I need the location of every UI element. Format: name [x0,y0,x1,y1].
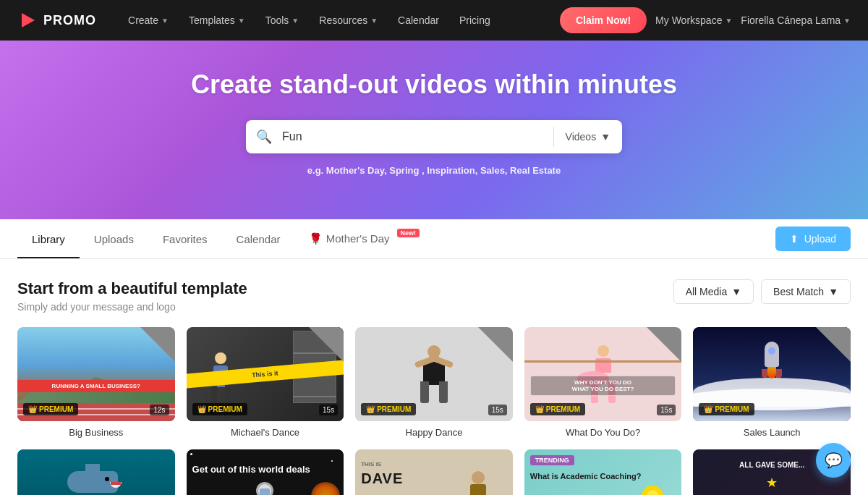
user-menu-button[interactable]: Fiorella Cánepa Lama ▼ [741,14,851,26]
template-card-big-business[interactable]: RUNNING A SMALL BUSINESS? 👑PREMIUM 12s B… [17,327,175,438]
navbar: PROMO Create ▼ Templates ▼ Tools ▼ Resou… [0,0,868,41]
premium-badge: 👑PREMIUM [361,403,416,415]
chevron-down-icon: ▼ [828,286,838,297]
hero-title: Create stand-out videos within minutes [17,69,851,100]
filter-all-media[interactable]: All Media ▼ [673,279,754,304]
tab-calendar[interactable]: Calendar [222,220,295,258]
section-subtitle: Simply add your message and logo [17,301,247,313]
premium-badge: 👑PREMIUM [192,403,247,415]
premium-badge: 👑PREMIUM [530,403,585,415]
svg-marker-0 [22,13,35,28]
duration-badge: 15s [319,405,338,415]
template-card-happy-dance[interactable]: 👑PREMIUM 15s Happy Dance [355,327,513,438]
nav-right: Claim Now! My Workspace ▼ Fiorella Cánep… [560,7,851,33]
chevron-down-icon: ▼ [370,17,378,25]
template-name: Sales Launch [693,427,851,438]
search-icon: 🔍 [246,129,282,145]
template-grid-row1: RUNNING A SMALL BUSINESS? 👑PREMIUM 12s B… [17,327,851,438]
template-card-michaels-dance[interactable]: This is it 👑PREMIUM 15s Michael's Dance [187,327,344,438]
tabs-left: Library Uploads Favorites Calendar 🌹 Mot… [17,219,775,258]
search-bar: 🔍 Videos ▼ [246,120,622,153]
nav-calendar[interactable]: Calendar [389,9,448,32]
corner-ribbon [140,327,175,362]
template-card-get-killer-deals[interactable]: GET KILLER DEALS 👑PREMIUM 14s Get Killer… [17,449,175,495]
nav-pricing[interactable]: Pricing [451,9,499,32]
search-input[interactable] [282,120,553,153]
chevron-down-icon: ▼ [292,17,299,25]
duration-badge: 15s [657,405,676,415]
nav-create[interactable]: Create ▼ [119,9,177,32]
duration-badge: 15s [488,405,507,415]
section-title: Start from a beautiful template [17,279,247,298]
template-name: Happy Dance [355,427,513,438]
chevron-down-icon: ▼ [161,17,169,25]
premium-badge: 👑PREMIUM [23,403,78,415]
duration-badge: 12s [150,405,169,415]
template-card-out-of-world-deals[interactable]: Get out of this world deals 👑PREMIUM 10s… [187,449,344,495]
chevron-down-icon: ▼ [600,131,610,143]
upload-button[interactable]: ⬆ Upload [775,227,851,251]
nav-templates[interactable]: Templates ▼ [180,9,254,32]
filter-best-match[interactable]: Best Match ▼ [761,279,851,304]
chevron-down-icon: ▼ [843,17,851,25]
tab-uploads[interactable]: Uploads [80,220,148,258]
main-content: Start from a beautiful template Simply a… [0,259,868,495]
premium-badge: 👑PREMIUM [699,403,754,415]
chat-button[interactable]: 💬 [816,443,851,478]
overlay-text: WHY DON'T YOU DOWHAT YOU DO BEST? [530,376,676,396]
section-header: Start from a beautiful template Simply a… [17,279,851,313]
corner-ribbon [309,327,344,362]
corner-ribbon [816,327,851,362]
tab-library[interactable]: Library [17,220,80,258]
template-card-sales-launch[interactable]: 👑PREMIUM Sales Launch [693,327,851,438]
template-card-this-is-dave[interactable]: THIS IS DAVE 15s This is Dave [355,449,513,495]
search-type-dropdown[interactable]: Videos ▼ [554,131,622,143]
logo-icon [17,10,38,30]
chevron-down-icon: ▼ [725,17,732,25]
section-filters: All Media ▼ Best Match ▼ [673,279,851,304]
hero-suggestions: e.g. Mother's Day, Spring , Inspiration,… [17,165,851,176]
tabs-bar: Library Uploads Favorites Calendar 🌹 Mot… [0,219,868,259]
template-name: Big Business [17,427,175,438]
hero-section: Create stand-out videos within minutes 🔍… [0,41,868,219]
tab-mothers-day[interactable]: 🌹 Mother's Day New! [294,219,434,258]
claim-now-button[interactable]: Claim Now! [560,7,647,33]
template-name: Michael's Dance [187,427,344,438]
tab-favorites[interactable]: Favorites [148,220,222,258]
template-card-academic-coaching[interactable]: TRENDING What is Academic Coaching? 👑PRE… [524,449,682,495]
my-workspace-button[interactable]: My Workspace ▼ [655,14,732,26]
chat-icon: 💬 [825,452,843,469]
nav-resources[interactable]: Resources ▼ [310,9,386,32]
chevron-down-icon: ▼ [238,17,245,25]
nav-tools[interactable]: Tools ▼ [257,9,308,32]
chevron-down-icon: ▼ [731,286,741,297]
trending-badge: TRENDING [530,455,574,465]
section-title-group: Start from a beautiful template Simply a… [17,279,247,313]
upload-icon: ⬆ [790,233,799,245]
corner-ribbon [478,327,513,362]
template-grid-row2: GET KILLER DEALS 👑PREMIUM 14s Get Killer… [17,449,851,495]
logo[interactable]: PROMO [17,10,96,30]
template-card-what-do-you-do[interactable]: WHY DON'T YOU DOWHAT YOU DO BEST? 👑PREMI… [524,327,682,438]
new-badge: New! [397,229,420,237]
template-name: What Do You Do? [524,427,682,438]
corner-ribbon [647,327,681,362]
nav-items: Create ▼ Templates ▼ Tools ▼ Resources ▼… [119,9,560,32]
overlay-text-big-business: RUNNING A SMALL BUSINESS? [17,380,175,392]
logo-text: PROMO [43,13,96,28]
